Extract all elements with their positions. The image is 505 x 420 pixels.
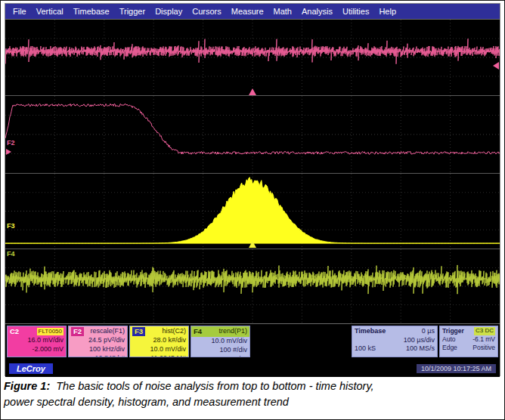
f2-channel-id: F2 xyxy=(71,327,84,336)
f4-channel-id: F4 xyxy=(194,327,202,336)
f2-descriptor-box[interactable]: F2 rescale(F1) 24.5 pV²/div 100 kHz/div … xyxy=(68,326,128,357)
panel-f4-trend[interactable] xyxy=(5,249,500,323)
timebase-delay: 0 µs xyxy=(422,327,435,336)
menu-cursors[interactable]: Cursors xyxy=(192,7,222,16)
f3-vertical-scale: 28.0 k#/div xyxy=(132,336,186,345)
f2-points: 12.848 k# xyxy=(71,354,125,357)
scope-display: C2 F2 F3 F4 xyxy=(5,19,500,324)
descriptor-row: C2 FLT0050 16.0 mV/div -2.000 mV F2 resc… xyxy=(5,324,500,360)
figure-caption-line1: The basic tools of noise analysis from t… xyxy=(56,380,373,392)
f4-horizontal-scale: 100 #/div xyxy=(191,346,249,355)
f3-trace-label[interactable]: F3 xyxy=(7,222,15,230)
timebase-samples: 100 kS xyxy=(355,344,376,354)
trigger-title: Trigger xyxy=(442,327,464,335)
menu-trigger[interactable]: Trigger xyxy=(119,7,145,16)
timebase-title: Timebase xyxy=(355,327,386,336)
c2-offset: -2.000 mV xyxy=(10,345,64,354)
f4-vertical-scale: 10.0 mV/div xyxy=(191,337,249,346)
panel-c2-time-history[interactable] xyxy=(5,20,500,95)
timebase-scale: 100 µs/div xyxy=(404,336,435,345)
trigger-time-marker[interactable] xyxy=(249,88,256,95)
trigger-box[interactable]: Trigger C3 DC Auto -6.1 mV Edge Positive xyxy=(439,326,498,357)
f4-trace-label[interactable]: F4 xyxy=(7,250,15,258)
f4-function-title: trend(P1) xyxy=(218,327,247,336)
figure-caption-line2: power spectral density, histogram, and m… xyxy=(4,396,289,408)
f3-channel-id: F3 xyxy=(132,327,145,336)
menu-analysis[interactable]: Analysis xyxy=(302,7,333,16)
trigger-level: -6.1 mV xyxy=(472,335,495,344)
f4-samples: 1.000 kS xyxy=(191,355,249,357)
menu-file[interactable]: File xyxy=(13,7,26,16)
c2-descriptor-box[interactable]: C2 FLT0050 16.0 mV/div -2.000 mV xyxy=(7,326,67,357)
f2-trace-label[interactable]: F2 xyxy=(7,139,15,147)
f3-descriptor-box[interactable]: F3 hist(C2) 28.0 k#/div 10.0 mV/div 11.0… xyxy=(129,326,189,357)
c2-vertical-scale: 16.0 mV/div xyxy=(10,336,64,345)
trigger-source-badge: C3 DC xyxy=(474,327,495,335)
timebase-box[interactable]: Timebase 0 µs 100 µs/div 100 kS 100 MS/s xyxy=(352,326,438,357)
f2-zero-level-marker[interactable] xyxy=(6,149,11,155)
figure-container: File Vertical Timebase Trigger Display C… xyxy=(0,0,505,420)
f2-horizontal-scale: 100 kHz/div xyxy=(71,345,125,354)
panel-f3-histogram[interactable] xyxy=(5,173,500,249)
figure-caption: Figure 1:The basic tools of noise analys… xyxy=(4,378,488,410)
f4-descriptor-box[interactable]: F4 trend(P1) 10.0 mV/div 100 #/div 1.000… xyxy=(191,326,250,357)
menu-help[interactable]: Help xyxy=(379,7,396,16)
c2-coupling-badge: FLT0050 xyxy=(37,328,64,335)
c2-trace-label[interactable]: C2 xyxy=(7,47,16,54)
menu-display[interactable]: Display xyxy=(155,7,182,16)
menu-measure[interactable]: Measure xyxy=(231,7,264,16)
c2-channel-id: C2 xyxy=(10,327,19,336)
menu-timebase[interactable]: Timebase xyxy=(73,7,110,16)
menu-bar: File Vertical Timebase Trigger Display C… xyxy=(5,4,500,19)
timebase-sample-rate: 100 MS/s xyxy=(406,344,435,354)
f3-horizontal-scale: 10.0 mV/div xyxy=(132,345,186,354)
trigger-level-marker[interactable] xyxy=(493,62,499,69)
figure-caption-label: Figure 1: xyxy=(4,380,50,392)
f2-function-title: rescale(F1) xyxy=(90,327,125,336)
oscilloscope-window: File Vertical Timebase Trigger Display C… xyxy=(5,3,500,376)
menu-utilities[interactable]: Utilities xyxy=(342,7,369,16)
f3-function-title: hist(C2) xyxy=(162,327,186,336)
histogram-center-marker[interactable] xyxy=(249,241,256,248)
lecroy-logo: LeCroy xyxy=(9,363,53,374)
trigger-type: Edge xyxy=(442,344,457,352)
status-bar: LeCroy 10/1/2009 10:17:25 AM xyxy=(5,360,500,377)
f2-vertical-scale: 24.5 pV²/div xyxy=(71,336,125,345)
f3-population: 11.0945 M# xyxy=(132,354,186,357)
menu-math[interactable]: Math xyxy=(274,7,292,16)
trigger-mode: Auto xyxy=(442,335,456,344)
menu-vertical[interactable]: Vertical xyxy=(36,7,64,16)
trigger-slope: Positive xyxy=(472,344,495,352)
panel-f2-power-spectral-density[interactable] xyxy=(5,95,500,173)
clock-timestamp: 10/1/2009 10:17:25 AM xyxy=(417,364,496,373)
